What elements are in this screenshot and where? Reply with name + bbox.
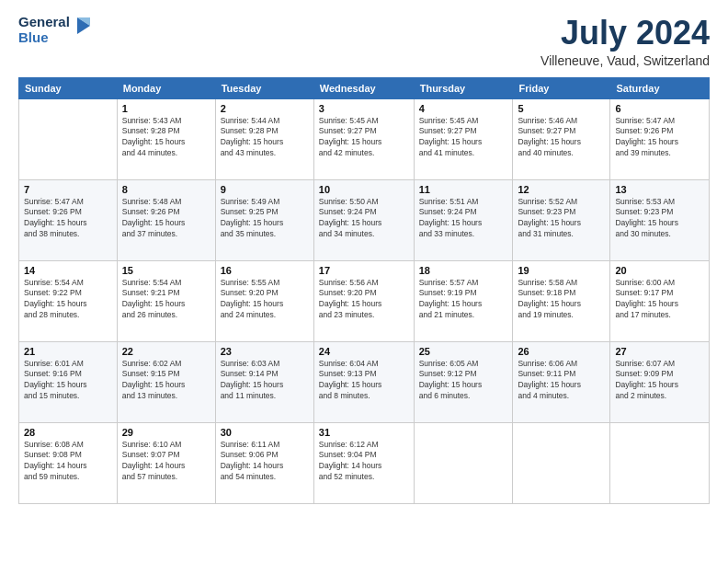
location: Villeneuve, Vaud, Switzerland: [540, 53, 710, 68]
table-row: 24Sunrise: 6:04 AM Sunset: 9:13 PM Dayli…: [313, 341, 414, 422]
day-info: Sunrise: 6:05 AM Sunset: 9:12 PM Dayligh…: [419, 359, 508, 403]
day-info: Sunrise: 6:10 AM Sunset: 9:07 PM Dayligh…: [122, 440, 210, 484]
table-row: 27Sunrise: 6:07 AM Sunset: 9:09 PM Dayli…: [610, 341, 710, 422]
day-number: 14: [24, 265, 112, 276]
table-row: 22Sunrise: 6:02 AM Sunset: 9:15 PM Dayli…: [117, 341, 215, 422]
col-wednesday: Wednesday: [313, 77, 414, 98]
day-info: Sunrise: 5:55 AM Sunset: 9:20 PM Dayligh…: [221, 278, 309, 322]
day-number: 26: [518, 346, 605, 357]
day-info: Sunrise: 6:11 AM Sunset: 9:06 PM Dayligh…: [221, 440, 309, 484]
calendar-week-row: 1Sunrise: 5:43 AM Sunset: 9:28 PM Daylig…: [19, 98, 710, 179]
day-number: 27: [615, 346, 704, 357]
table-row: [513, 422, 610, 503]
calendar-week-row: 28Sunrise: 6:08 AM Sunset: 9:08 PM Dayli…: [19, 422, 710, 503]
day-number: 8: [122, 184, 210, 195]
day-number: 1: [122, 103, 210, 114]
table-row: 5Sunrise: 5:46 AM Sunset: 9:27 PM Daylig…: [513, 98, 610, 179]
table-row: 21Sunrise: 6:01 AM Sunset: 9:16 PM Dayli…: [19, 341, 118, 422]
day-info: Sunrise: 6:01 AM Sunset: 9:16 PM Dayligh…: [24, 359, 112, 403]
day-info: Sunrise: 5:49 AM Sunset: 9:25 PM Dayligh…: [221, 197, 309, 241]
day-number: 28: [24, 427, 112, 438]
col-friday: Friday: [513, 77, 610, 98]
day-info: Sunrise: 5:52 AM Sunset: 9:23 PM Dayligh…: [518, 197, 605, 241]
table-row: 9Sunrise: 5:49 AM Sunset: 9:25 PM Daylig…: [215, 179, 313, 260]
calendar: Sunday Monday Tuesday Wednesday Thursday…: [18, 77, 710, 504]
col-tuesday: Tuesday: [215, 77, 313, 98]
table-row: 13Sunrise: 5:53 AM Sunset: 9:23 PM Dayli…: [610, 179, 710, 260]
table-row: [610, 422, 710, 503]
day-info: Sunrise: 5:47 AM Sunset: 9:26 PM Dayligh…: [615, 116, 704, 160]
logo: General Blue: [18, 15, 92, 45]
table-row: 31Sunrise: 6:12 AM Sunset: 9:04 PM Dayli…: [313, 422, 414, 503]
day-number: 9: [221, 184, 309, 195]
table-row: 3Sunrise: 5:45 AM Sunset: 9:27 PM Daylig…: [313, 98, 414, 179]
day-info: Sunrise: 6:08 AM Sunset: 9:08 PM Dayligh…: [24, 440, 112, 484]
day-info: Sunrise: 5:47 AM Sunset: 9:26 PM Dayligh…: [24, 197, 112, 241]
table-row: 18Sunrise: 5:57 AM Sunset: 9:19 PM Dayli…: [414, 260, 513, 341]
logo-text: General Blue: [18, 15, 92, 45]
table-row: 2Sunrise: 5:44 AM Sunset: 9:28 PM Daylig…: [215, 98, 313, 179]
table-row: 6Sunrise: 5:47 AM Sunset: 9:26 PM Daylig…: [610, 98, 710, 179]
table-row: 25Sunrise: 6:05 AM Sunset: 9:12 PM Dayli…: [414, 341, 513, 422]
table-row: 11Sunrise: 5:51 AM Sunset: 9:24 PM Dayli…: [414, 179, 513, 260]
table-row: 8Sunrise: 5:48 AM Sunset: 9:26 PM Daylig…: [117, 179, 215, 260]
day-number: 13: [615, 184, 704, 195]
day-number: 20: [615, 265, 704, 276]
table-row: 1Sunrise: 5:43 AM Sunset: 9:28 PM Daylig…: [117, 98, 215, 179]
table-row: 30Sunrise: 6:11 AM Sunset: 9:06 PM Dayli…: [215, 422, 313, 503]
day-number: 19: [518, 265, 605, 276]
table-row: 12Sunrise: 5:52 AM Sunset: 9:23 PM Dayli…: [513, 179, 610, 260]
table-row: [414, 422, 513, 503]
day-number: 3: [319, 103, 409, 114]
day-number: 24: [319, 346, 409, 357]
day-number: 25: [419, 346, 508, 357]
day-number: 7: [24, 184, 112, 195]
table-row: 28Sunrise: 6:08 AM Sunset: 9:08 PM Dayli…: [19, 422, 118, 503]
table-row: 19Sunrise: 5:58 AM Sunset: 9:18 PM Dayli…: [513, 260, 610, 341]
day-info: Sunrise: 6:07 AM Sunset: 9:09 PM Dayligh…: [615, 359, 704, 403]
table-row: 7Sunrise: 5:47 AM Sunset: 9:26 PM Daylig…: [19, 179, 118, 260]
table-row: 14Sunrise: 5:54 AM Sunset: 9:22 PM Dayli…: [19, 260, 118, 341]
day-info: Sunrise: 5:46 AM Sunset: 9:27 PM Dayligh…: [518, 116, 605, 160]
table-row: 4Sunrise: 5:45 AM Sunset: 9:27 PM Daylig…: [414, 98, 513, 179]
calendar-week-row: 21Sunrise: 6:01 AM Sunset: 9:16 PM Dayli…: [19, 341, 710, 422]
day-info: Sunrise: 5:45 AM Sunset: 9:27 PM Dayligh…: [319, 116, 409, 160]
calendar-week-row: 7Sunrise: 5:47 AM Sunset: 9:26 PM Daylig…: [19, 179, 710, 260]
day-info: Sunrise: 6:02 AM Sunset: 9:15 PM Dayligh…: [122, 359, 210, 403]
day-info: Sunrise: 5:53 AM Sunset: 9:23 PM Dayligh…: [615, 197, 704, 241]
day-info: Sunrise: 5:51 AM Sunset: 9:24 PM Dayligh…: [419, 197, 508, 241]
table-row: 17Sunrise: 5:56 AM Sunset: 9:20 PM Dayli…: [313, 260, 414, 341]
day-number: 10: [319, 184, 409, 195]
day-number: 5: [518, 103, 605, 114]
calendar-week-row: 14Sunrise: 5:54 AM Sunset: 9:22 PM Dayli…: [19, 260, 710, 341]
col-saturday: Saturday: [610, 77, 710, 98]
col-monday: Monday: [117, 77, 215, 98]
table-row: 20Sunrise: 6:00 AM Sunset: 9:17 PM Dayli…: [610, 260, 710, 341]
day-info: Sunrise: 5:50 AM Sunset: 9:24 PM Dayligh…: [319, 197, 409, 241]
table-row: 26Sunrise: 6:06 AM Sunset: 9:11 PM Dayli…: [513, 341, 610, 422]
day-number: 11: [419, 184, 508, 195]
day-info: Sunrise: 5:56 AM Sunset: 9:20 PM Dayligh…: [319, 278, 409, 322]
table-row: 29Sunrise: 6:10 AM Sunset: 9:07 PM Dayli…: [117, 422, 215, 503]
calendar-header-row: Sunday Monday Tuesday Wednesday Thursday…: [19, 77, 710, 98]
col-sunday: Sunday: [19, 77, 118, 98]
day-info: Sunrise: 5:44 AM Sunset: 9:28 PM Dayligh…: [221, 116, 309, 160]
day-info: Sunrise: 5:48 AM Sunset: 9:26 PM Dayligh…: [122, 197, 210, 241]
day-info: Sunrise: 6:04 AM Sunset: 9:13 PM Dayligh…: [319, 359, 409, 403]
day-number: 2: [221, 103, 309, 114]
day-number: 12: [518, 184, 605, 195]
day-number: 31: [319, 427, 409, 438]
day-number: 17: [319, 265, 409, 276]
day-info: Sunrise: 6:12 AM Sunset: 9:04 PM Dayligh…: [319, 440, 409, 484]
header: General Blue July 2024 Villeneuve, Vaud,…: [18, 15, 710, 68]
title-block: July 2024 Villeneuve, Vaud, Switzerland: [540, 15, 710, 68]
month-title: July 2024: [540, 15, 710, 52]
day-number: 30: [221, 427, 309, 438]
day-number: 23: [221, 346, 309, 357]
col-thursday: Thursday: [414, 77, 513, 98]
day-number: 29: [122, 427, 210, 438]
table-row: 15Sunrise: 5:54 AM Sunset: 9:21 PM Dayli…: [117, 260, 215, 341]
day-number: 6: [615, 103, 704, 114]
day-number: 16: [221, 265, 309, 276]
day-info: Sunrise: 5:43 AM Sunset: 9:28 PM Dayligh…: [122, 116, 210, 160]
